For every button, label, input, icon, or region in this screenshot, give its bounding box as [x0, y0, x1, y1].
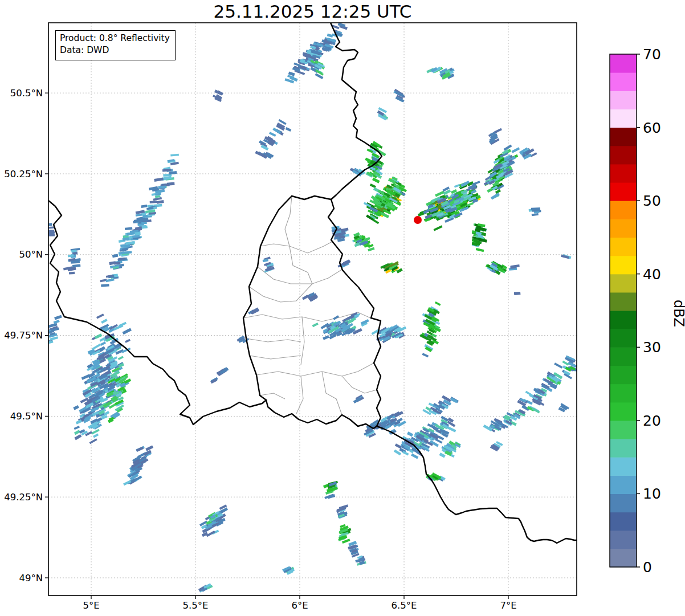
- echo-pixel: [105, 278, 114, 282]
- echo-pixel: [95, 333, 102, 339]
- y-tick-label: 50°N: [19, 249, 43, 260]
- colorbar-segment: [610, 439, 637, 458]
- colorbar-segment: [610, 329, 637, 348]
- echo-pixel: [476, 248, 484, 252]
- echo-pixel: [72, 264, 81, 267]
- x-tick-label: 6.5°E: [392, 600, 417, 611]
- echo-pixel: [302, 295, 308, 300]
- echo-pixel: [269, 132, 276, 137]
- colorbar-segment: [610, 109, 637, 128]
- radar-figure: 25.11.2025 12:25 UTC 5°E5.5°E6°E6.5°E7°E…: [0, 0, 685, 616]
- colorbar-segment: [610, 457, 637, 476]
- echo-pixel: [74, 426, 80, 430]
- radar-map-canvas: 5°E5.5°E6°E6.5°E7°E50.5°N50.25°N50°N49.7…: [0, 0, 685, 616]
- x-tick-label: 5.5°E: [183, 600, 209, 611]
- colorbar-segment: [610, 421, 637, 439]
- colorbar-segment: [610, 311, 637, 329]
- echo-pixel: [435, 301, 441, 306]
- echo-pixel: [312, 323, 319, 327]
- national-border-line: [292, 196, 331, 199]
- colorbar: 010203040506070dBZ: [610, 46, 685, 576]
- echo-pixel: [150, 201, 157, 203]
- colorbar-segment: [610, 365, 637, 384]
- colorbar-tick-label: 0: [643, 559, 652, 576]
- radar-site-marker: [414, 216, 422, 224]
- echo-pixel: [154, 177, 164, 181]
- colorbar-segment: [610, 493, 637, 512]
- echo-pixel: [47, 223, 52, 226]
- data-source-label: Data: DWD: [60, 44, 170, 56]
- regional-border-line: [250, 356, 301, 359]
- echo-pixel: [411, 453, 418, 459]
- colorbar-segment: [610, 475, 637, 494]
- echo-pixel: [125, 227, 132, 230]
- echo-pixel: [141, 205, 147, 208]
- echo-pixel: [112, 254, 119, 258]
- echo-pixel: [74, 434, 81, 440]
- colorbar-segment: [610, 164, 637, 183]
- colorbar-segment: [610, 219, 637, 238]
- product-annotation-box: Product: 0.8° Reflectivity Data: DWD: [55, 30, 176, 60]
- regional-border-line: [301, 317, 304, 365]
- echo-pixel: [286, 127, 292, 132]
- echo-pixel: [532, 209, 540, 211]
- echo-pixel: [373, 219, 379, 225]
- echo-pixel: [157, 200, 164, 204]
- regional-border-line: [290, 246, 312, 284]
- echo-pixel: [510, 266, 516, 269]
- y-tick-label: 49°N: [19, 573, 43, 584]
- regional-border-line: [322, 372, 342, 415]
- echo-pixel: [214, 89, 223, 95]
- echo-pixel: [69, 272, 75, 275]
- echo-pixel: [71, 260, 80, 264]
- echo-pixel: [145, 445, 153, 451]
- echo-pixel: [395, 443, 402, 448]
- colorbar-segment: [610, 91, 637, 109]
- echo-pixel: [370, 183, 376, 188]
- echo-pixel: [323, 335, 329, 340]
- echo-pixel: [123, 328, 132, 335]
- echo-pixel: [118, 356, 124, 360]
- colorbar-segment: [610, 274, 637, 293]
- echo-pixel: [73, 405, 79, 410]
- colorbar-tick-label: 10: [643, 486, 661, 502]
- colorbar-segment: [610, 72, 637, 91]
- colorbar-segment: [610, 347, 637, 366]
- colorbar-segment: [610, 292, 637, 311]
- echo-pixel: [467, 202, 474, 207]
- echo-pixel: [170, 154, 179, 157]
- colorbar-segment: [610, 384, 637, 403]
- echo-pixel: [74, 430, 80, 435]
- echo-pixel: [439, 452, 445, 458]
- echo-pixel: [89, 438, 97, 444]
- colorbar-segment: [610, 531, 637, 549]
- reflectivity-echo-layer: [44, 23, 578, 593]
- echo-pixel: [101, 284, 109, 287]
- echo-pixel: [96, 313, 104, 319]
- y-tick-label: 50.5°N: [10, 88, 43, 99]
- colorbar-segment: [610, 256, 637, 275]
- echo-pixel: [487, 187, 493, 193]
- colorbar-tick-label: 60: [643, 120, 661, 136]
- x-tick-label: 7°E: [500, 600, 516, 611]
- regional-border-line: [249, 284, 312, 302]
- colorbar-tick-label: 30: [643, 339, 661, 356]
- regional-border-line: [342, 376, 377, 393]
- echo-pixel: [91, 429, 100, 435]
- echo-pixel: [93, 434, 99, 438]
- echo-pixel: [372, 178, 380, 183]
- echo-pixel: [514, 292, 520, 295]
- echo-pixel: [438, 436, 445, 440]
- colorbar-segment: [610, 512, 637, 531]
- echo-pixel: [532, 213, 539, 216]
- echo-pixel: [511, 147, 520, 153]
- echo-pixel: [54, 315, 62, 320]
- national-borders: [48, 23, 577, 543]
- regional-border-line: [246, 338, 301, 342]
- echo-pixel: [46, 231, 55, 234]
- regional-border-line: [285, 196, 292, 246]
- echo-pixel: [434, 225, 443, 231]
- y-tick-label: 49.5°N: [10, 411, 43, 422]
- echo-pixel: [422, 353, 429, 357]
- colorbar-tick-label: 50: [643, 193, 661, 209]
